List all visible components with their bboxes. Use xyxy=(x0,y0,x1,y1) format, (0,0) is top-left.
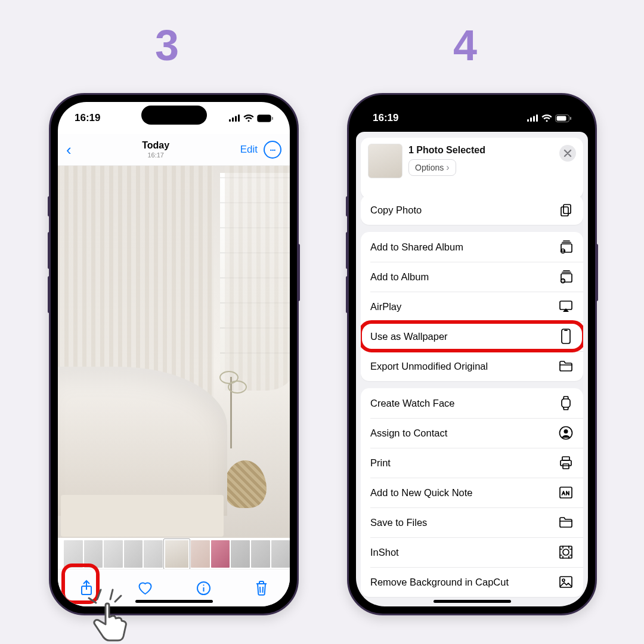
phone-mockup-right: 16:19 1 Photo Selected Options xyxy=(347,93,597,615)
svg-rect-45 xyxy=(560,577,572,587)
edit-button[interactable]: Edit xyxy=(240,144,258,156)
action-label: Print xyxy=(370,457,391,469)
close-button[interactable] xyxy=(559,145,576,162)
album-icon xyxy=(558,269,574,284)
folder-icon xyxy=(558,358,574,374)
image-icon xyxy=(558,574,574,590)
cellular-icon xyxy=(527,114,538,122)
back-button[interactable]: ‹ xyxy=(66,141,72,159)
action-add-to-new-quick-note[interactable]: Add to New Quick Note xyxy=(361,478,583,507)
svg-rect-2 xyxy=(235,116,237,122)
phone-icon xyxy=(558,329,574,344)
print-icon xyxy=(558,455,574,470)
action-label: Use as Wallpaper xyxy=(370,331,448,342)
wifi-icon xyxy=(243,114,254,122)
action-label: Add to Shared Album xyxy=(370,242,463,253)
dynamic-island xyxy=(141,106,207,125)
action-label: Export Unmodified Original xyxy=(370,361,488,372)
svg-rect-0 xyxy=(229,119,231,122)
action-label: Copy Photo xyxy=(370,205,422,216)
svg-line-12 xyxy=(262,587,263,593)
svg-rect-41 xyxy=(560,487,572,498)
status-time: 16:19 xyxy=(373,112,398,124)
more-button[interactable]: ··· xyxy=(264,141,281,159)
action-assign-to-contact[interactable]: Assign to Contact xyxy=(361,418,583,448)
note-icon xyxy=(558,485,574,500)
share-actions-list[interactable]: Copy PhotoAdd to Shared AlbumAdd to Albu… xyxy=(361,195,583,602)
svg-point-37 xyxy=(564,429,568,434)
action-inshot[interactable]: InShot xyxy=(361,537,583,567)
contact-icon xyxy=(558,425,574,441)
svg-rect-23 xyxy=(570,117,571,120)
svg-rect-40 xyxy=(563,464,569,469)
photo-preview[interactable] xyxy=(58,165,290,538)
phone-mockup-left: 16:19 ‹ Today 16:17 Edit xyxy=(49,93,299,615)
action-export-unmodified-original[interactable]: Export Unmodified Original xyxy=(361,351,583,381)
watch-icon xyxy=(558,395,574,411)
svg-rect-5 xyxy=(259,116,267,120)
options-button[interactable]: Options xyxy=(408,159,456,176)
home-indicator[interactable] xyxy=(135,600,213,603)
battery-icon xyxy=(257,114,273,122)
info-icon[interactable] xyxy=(196,581,211,596)
share-icon[interactable] xyxy=(79,580,94,596)
action-use-as-wallpaper[interactable]: Use as Wallpaper xyxy=(361,321,583,351)
copy-icon xyxy=(558,202,574,218)
svg-rect-25 xyxy=(561,207,568,216)
action-label: Remove Background in CapCut xyxy=(370,577,509,588)
status-time: 16:19 xyxy=(75,112,100,124)
selected-photo-thumb xyxy=(368,144,402,178)
favorite-icon[interactable] xyxy=(137,581,153,596)
folder-icon xyxy=(558,515,574,530)
action-airplay[interactable]: AirPlay xyxy=(361,292,583,321)
shared-album-icon xyxy=(558,239,574,255)
svg-rect-32 xyxy=(562,329,570,343)
action-print[interactable]: Print xyxy=(361,448,583,478)
svg-rect-20 xyxy=(536,114,538,122)
svg-point-28 xyxy=(562,249,564,251)
svg-rect-39 xyxy=(561,460,571,466)
action-copy-photo[interactable]: Copy Photo xyxy=(361,195,583,225)
action-label: Add to New Quick Note xyxy=(370,487,473,499)
photos-navbar: ‹ Today 16:17 Edit ··· xyxy=(58,134,290,166)
svg-line-11 xyxy=(260,587,261,593)
step-number-4: 4 xyxy=(453,21,477,70)
share-sheet-title: 1 Photo Selected xyxy=(408,145,485,156)
thumbnail-scrubber[interactable] xyxy=(58,538,290,569)
action-label: Create Watch Face xyxy=(370,398,455,409)
cellular-icon xyxy=(229,114,240,122)
dynamic-island xyxy=(439,106,505,125)
svg-rect-18 xyxy=(530,117,532,122)
svg-rect-22 xyxy=(557,116,566,120)
action-add-to-album[interactable]: Add to Album xyxy=(361,262,583,292)
action-label: AirPlay xyxy=(370,301,401,312)
action-create-watch-face[interactable]: Create Watch Face xyxy=(361,388,583,418)
svg-rect-17 xyxy=(527,119,529,122)
action-label: InShot xyxy=(370,547,399,558)
action-label: Save to Files xyxy=(370,517,427,528)
step-number-3: 3 xyxy=(155,21,179,70)
inshot-icon xyxy=(558,544,574,560)
navbar-title: Today 16:17 xyxy=(142,140,169,159)
battery-icon xyxy=(555,114,571,122)
trash-icon[interactable] xyxy=(255,580,268,596)
wifi-icon xyxy=(541,114,552,122)
action-save-to-files[interactable]: Save to Files xyxy=(361,507,583,537)
svg-rect-31 xyxy=(560,301,572,309)
action-remove-background-in-capcut[interactable]: Remove Background in CapCut xyxy=(361,567,583,597)
svg-rect-24 xyxy=(564,205,571,213)
svg-point-46 xyxy=(562,579,565,581)
svg-rect-35 xyxy=(562,399,570,407)
action-label: Assign to Contact xyxy=(370,428,447,439)
svg-rect-1 xyxy=(232,117,234,122)
action-label: Add to Album xyxy=(370,271,429,283)
svg-rect-43 xyxy=(560,546,572,558)
svg-rect-6 xyxy=(272,117,273,120)
airplay-icon xyxy=(558,299,574,314)
svg-rect-3 xyxy=(238,114,240,122)
svg-rect-19 xyxy=(533,116,535,122)
svg-point-44 xyxy=(563,549,569,555)
home-indicator[interactable] xyxy=(434,600,511,603)
action-add-to-shared-album[interactable]: Add to Shared Album xyxy=(361,232,583,262)
svg-rect-38 xyxy=(562,457,569,460)
